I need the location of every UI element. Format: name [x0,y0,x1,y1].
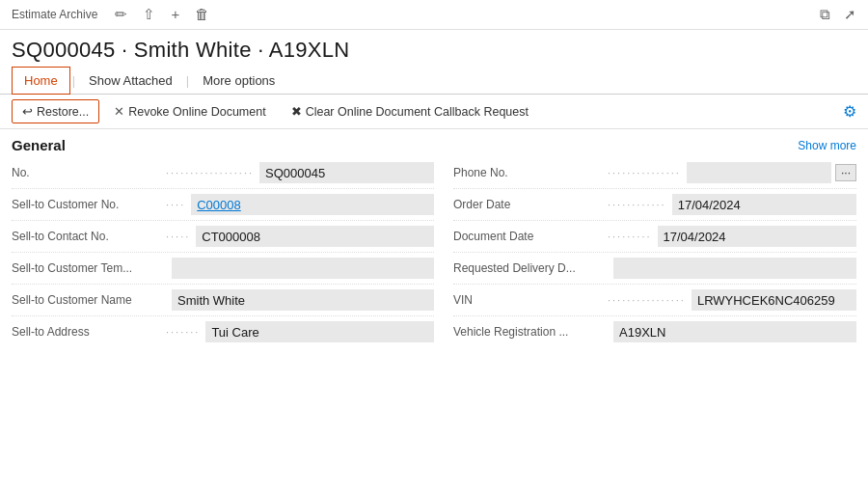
field-sell-to-cust-name: Sell-to Customer Name Smith White [12,285,434,316]
field-value-vehicle-registration[interactable]: A19XLN [613,321,856,342]
field-value-document-date[interactable]: 17/04/2024 [658,226,856,247]
field-sell-to-contact-no: Sell-to Contact No. ····· CT000008 [12,221,434,253]
field-label-sell-to-contact-no: Sell-to Contact No. [12,230,166,243]
field-sell-to-customer-no: Sell-to Customer No. ···· C00008 [12,189,434,221]
tab-home[interactable]: Home [12,67,70,95]
field-label-document-date: Document Date [453,230,608,243]
field-vehicle-registration: Vehicle Registration ... A19XLN [453,316,856,347]
field-label-requested-delivery: Requested Delivery D... [453,261,608,275]
field-label-phone-no: Phone No. [453,166,608,179]
field-phone-no: Phone No. ··············· ··· [453,157,856,189]
tab-show-attached[interactable]: Show Attached [77,68,184,94]
field-label-sell-to-cust-no: Sell-to Customer No. [12,198,166,211]
add-icon[interactable]: + [171,6,179,23]
section-header: General Show more [0,129,868,157]
field-value-sell-to-address[interactable]: Tui Care [205,321,434,342]
tab-sep-2: | [184,73,191,88]
field-sell-to-cust-tem: Sell-to Customer Tem... [12,253,434,285]
tab-more-options[interactable]: More options [191,68,286,94]
field-value-sell-to-cust-no[interactable]: C00008 [191,194,434,215]
field-dots-sell-to-address: ······· [166,326,200,338]
field-sell-to-address: Sell-to Address ······· Tui Care [12,316,434,347]
field-value-sell-to-contact-no[interactable]: CT000008 [196,226,434,247]
field-label-vin: VIN [453,293,608,307]
page-title: SQ000045 · Smith White · A19XLN [0,30,868,67]
field-dots-document-date: ········· [608,231,652,242]
top-bar-left: Estimate Archive ✏ ⇧ + 🗑 [12,6,209,23]
action-bar: ↩ Restore... ✕ Revoke Online Document ✖ … [0,95,868,129]
clear-icon: ✖ [291,104,302,119]
field-value-sell-to-cust-tem[interactable] [172,258,434,279]
field-label-sell-to-cust-name: Sell-to Customer Name [12,293,166,307]
field-value-phone-no[interactable] [687,162,831,183]
field-value-sell-to-cust-name[interactable]: Smith White [172,289,434,311]
clear-label: Clear Online Document Callback Request [306,105,529,119]
top-bar-right: ⧉ ➚ [820,6,856,23]
field-label-vehicle-registration: Vehicle Registration ... [453,325,608,339]
restore-button[interactable]: ↩ Restore... [12,99,99,123]
form-grid: No. ·················· SQ000045 Sell-to … [12,157,856,347]
field-dots-sell-to-contact-no: ····· [166,231,190,242]
archive-title: Estimate Archive [12,8,97,21]
delete-icon[interactable]: 🗑 [195,6,209,23]
expand-icon[interactable]: ➚ [844,6,856,23]
top-bar: Estimate Archive ✏ ⇧ + 🗑 ⧉ ➚ [0,0,868,30]
external-link-icon[interactable]: ⧉ [820,6,830,23]
field-dots-order-date: ············ [608,199,666,210]
phone-more-button[interactable]: ··· [835,164,856,181]
field-value-requested-delivery[interactable] [613,258,856,279]
field-value-order-date[interactable]: 17/04/2024 [672,194,856,215]
edit-icon[interactable]: ✏ [115,6,127,23]
right-column: Phone No. ··············· ··· Order Date… [434,157,856,347]
top-bar-icons: ✏ ⇧ + 🗑 [115,6,209,23]
field-no: No. ·················· SQ000045 [12,157,434,189]
field-label-sell-to-address: Sell-to Address [12,325,166,339]
field-dots-sell-to-cust-no: ···· [166,199,185,210]
section-title: General [12,137,66,153]
clear-button[interactable]: ✖ Clear Online Document Callback Request [281,99,539,123]
action-bar-right: ⚙ [843,102,856,121]
field-value-no[interactable]: SQ000045 [259,162,434,183]
field-document-date: Document Date ········· 17/04/2024 [453,221,856,253]
field-dots-no: ·················· [166,167,254,178]
restore-label: Restore... [37,105,89,119]
field-label-no: No. [12,166,166,179]
field-dots-phone-no: ··············· [608,167,681,178]
field-group-phone: ··· [687,162,856,183]
tab-sep-1: | [70,73,77,88]
personalize-icon[interactable]: ⚙ [843,103,856,120]
show-more-button[interactable]: Show more [798,139,856,152]
field-dots-vin: ················ [608,294,686,306]
field-label-sell-to-cust-tem: Sell-to Customer Tem... [12,261,166,275]
field-vin: VIN ················ LRWYHCEK6NC406259 [453,285,856,316]
left-column: No. ·················· SQ000045 Sell-to … [12,157,434,347]
field-requested-delivery: Requested Delivery D... [453,253,856,285]
content-area: No. ·················· SQ000045 Sell-to … [0,157,868,484]
field-value-vin[interactable]: LRWYHCEK6NC406259 [692,289,856,311]
field-order-date: Order Date ············ 17/04/2024 [453,189,856,221]
revoke-button[interactable]: ✕ Revoke Online Document [103,99,276,123]
share-icon[interactable]: ⇧ [143,6,155,23]
tabs-bar: Home | Show Attached | More options [0,67,868,95]
revoke-icon: ✕ [114,104,124,119]
field-label-order-date: Order Date [453,198,608,211]
revoke-label: Revoke Online Document [128,105,265,119]
restore-icon: ↩ [22,104,33,119]
